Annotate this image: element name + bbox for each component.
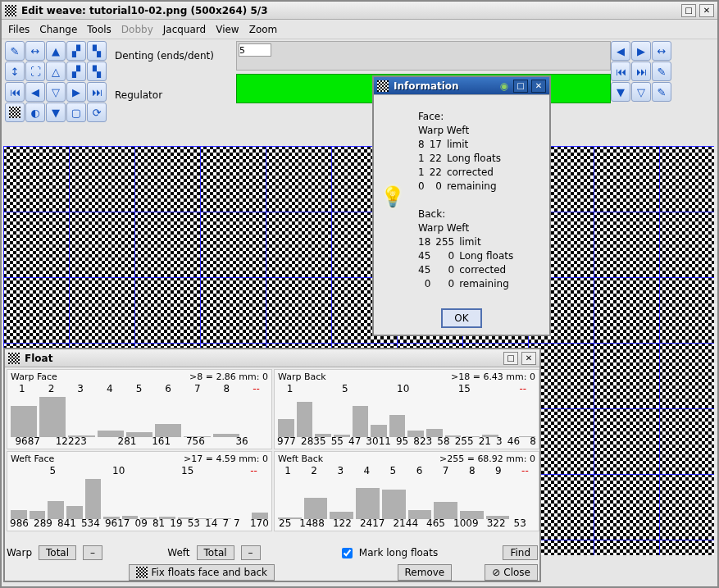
tick: 19	[170, 517, 182, 529]
float-min-button[interactable]: □	[503, 352, 518, 365]
panel-header: Weft Face	[11, 454, 54, 464]
arrows-v-icon[interactable]: ↕	[5, 62, 25, 81]
tick: 55	[331, 435, 344, 447]
bar	[39, 397, 66, 437]
weave-icon	[5, 5, 16, 16]
brush-icon[interactable]: ✎	[5, 41, 25, 61]
rewind-icon[interactable]: ⏮	[5, 82, 25, 102]
tick: 7	[222, 517, 229, 529]
ffwd-icon[interactable]: ⏭	[87, 82, 107, 102]
stairs-up-icon[interactable]: ▞	[66, 41, 86, 61]
menu-jacquard[interactable]: Jacquard	[163, 24, 206, 35]
close-label: Close	[503, 567, 530, 578]
menu-files[interactable]: Files	[8, 24, 30, 35]
weft-total-button[interactable]: Total	[197, 545, 234, 560]
refresh-icon[interactable]: ⟳	[87, 103, 107, 122]
find-button[interactable]: Find	[503, 545, 538, 560]
tick: 2417	[360, 517, 385, 529]
arrow-up-icon[interactable]: ▲	[46, 41, 66, 61]
denting-input[interactable]	[239, 43, 271, 57]
tick: 170	[250, 517, 269, 529]
bar	[48, 501, 64, 519]
tick: 8	[530, 435, 536, 447]
warp-minus-button[interactable]: –	[83, 545, 102, 560]
info-body: 💡 Face: Warp Weft 817limit 122Long float…	[374, 95, 549, 336]
regulator-label: Regulator	[111, 84, 234, 107]
tick: 986	[10, 517, 29, 529]
weave-icon	[136, 567, 148, 578]
bars	[278, 475, 535, 519]
r-brush2-icon[interactable]: ✎	[652, 82, 671, 102]
stairs-x-icon[interactable]: ▚	[87, 41, 107, 61]
float-close-button[interactable]: ✕	[521, 352, 536, 365]
down2-icon[interactable]: ▼	[46, 103, 66, 122]
sel-icon[interactable]: ▢	[66, 103, 86, 122]
panel-warp-back: Warp Back >18 = 6.43 mm: 0 151015-- 9772…	[274, 369, 539, 449]
menu-view[interactable]: View	[216, 24, 239, 35]
fix-floats-button[interactable]: Fix floats face and back	[129, 564, 275, 581]
mid-labels: Denting (ends/dent) Regulator	[111, 44, 234, 107]
bars	[278, 393, 535, 437]
tick: 7	[234, 517, 240, 529]
down-icon[interactable]: ▽	[46, 82, 66, 102]
panel-limit: >255 = 68.92 mm: 0	[439, 454, 535, 464]
weave-icon	[8, 353, 20, 364]
main-title: Edit weave: tutorial10-02.png (500x264) …	[21, 5, 676, 16]
minimize-button[interactable]: □	[681, 4, 696, 17]
right-icon[interactable]: ▶	[66, 82, 86, 102]
r-brush-icon[interactable]: ✎	[652, 62, 671, 81]
arrows-box-icon[interactable]: ⛶	[25, 62, 45, 81]
stairs3-icon[interactable]: ▚	[87, 62, 107, 81]
mark-long-floats-checkbox[interactable]	[342, 548, 353, 558]
fix-label: Fix floats face and back	[151, 567, 267, 578]
tick: 161	[152, 435, 171, 447]
grid-icon[interactable]	[5, 103, 25, 122]
panel-weft-back: Weft Back >255 = 68.92 mm: 0 123456789--…	[274, 451, 539, 531]
close-float-button[interactable]: ⊘ Close	[485, 564, 538, 581]
tick: 21	[479, 435, 491, 447]
tick: 122	[333, 517, 352, 529]
arrows-h-icon[interactable]: ↔	[25, 41, 45, 61]
invert-icon[interactable]: ◐	[25, 103, 45, 122]
menu-change[interactable]: Change	[39, 24, 77, 35]
float-bottom: Fix floats face and back Remove ⊘ Close	[7, 563, 538, 582]
r-down2-icon[interactable]: ▽	[631, 82, 651, 102]
r-right-icon[interactable]: ▶	[631, 41, 651, 61]
menu-dobby: Dobby	[121, 24, 153, 35]
float-window: Float □ ✕ Warp Face >8 = 2.86 mm: 0 1234…	[3, 348, 541, 582]
menu-zoom[interactable]: Zoom	[249, 24, 278, 35]
tick: 1488	[299, 517, 325, 529]
ok-button[interactable]: OK	[441, 308, 481, 328]
menu-tools[interactable]: Tools	[87, 24, 111, 35]
info-close-button[interactable]: ✕	[531, 80, 546, 93]
r-left-icon[interactable]: ◀	[611, 41, 630, 61]
weft-minus-button[interactable]: –	[241, 545, 261, 560]
cols-heading: Warp Weft	[418, 124, 539, 138]
bars	[11, 475, 268, 519]
info-min-button[interactable]: □	[513, 80, 528, 93]
r-down-icon[interactable]: ▼	[611, 82, 630, 102]
close-button[interactable]: ✕	[699, 4, 714, 17]
r-ffwd-icon[interactable]: ⏭	[631, 62, 651, 81]
float-titlebar: Float □ ✕	[5, 349, 539, 367]
bottoms-row: 96871222328116175636	[7, 435, 271, 447]
bar	[382, 490, 406, 519]
tick: 2144	[393, 517, 418, 529]
bottoms-row: 9772835554730119582358255213468	[275, 435, 539, 447]
tick: 36	[235, 435, 248, 447]
r-rewind-icon[interactable]: ⏮	[611, 62, 630, 81]
warp-total-button[interactable]: Total	[39, 545, 76, 560]
bar	[297, 402, 313, 437]
bar	[278, 419, 294, 437]
left-icon[interactable]: ◀	[25, 82, 45, 102]
close-icon: ⊘	[492, 567, 500, 578]
bar	[85, 479, 102, 519]
r-arrows-icon[interactable]: ↔	[652, 41, 671, 61]
remove-button[interactable]: Remove	[398, 564, 453, 581]
weave-icon	[377, 80, 389, 92]
panel-limit: >18 = 6.43 mm: 0	[451, 371, 535, 382]
arrow-up2-icon[interactable]: △	[46, 62, 66, 81]
panel-weft-face: Weft Face >17 = 4.59 mm: 0 51015-- 98628…	[7, 451, 272, 531]
stairs2-icon[interactable]: ▞	[66, 62, 86, 81]
bars	[11, 393, 268, 437]
